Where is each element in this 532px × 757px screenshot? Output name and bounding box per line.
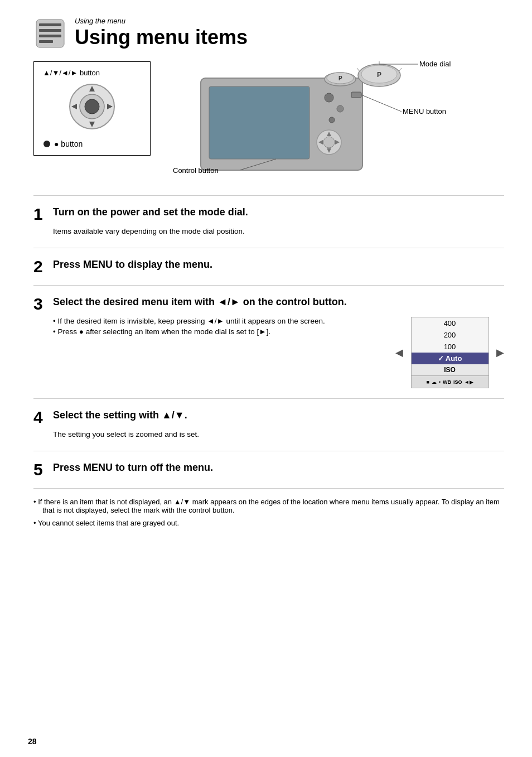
step-3-title: Select the desired menu item with ◄/► on… [53, 296, 347, 308]
svg-point-17 [329, 117, 335, 123]
page: Using the menu Using menu items ▲/▼/◄/► … [0, 0, 532, 757]
step-4-number: 4 [33, 409, 47, 426]
iso-item-400: 400 [412, 317, 489, 329]
circle-button-label: ● button [54, 139, 83, 148]
step-1-description: Items available vary depending on the mo… [53, 227, 504, 235]
circle-button-label-row: ● button [43, 139, 141, 148]
iso-bar-iso: ISO [453, 379, 462, 385]
header-subtitle: Using the menu [75, 17, 248, 25]
control-button-arrow-label: ▲/▼/◄/► button [43, 69, 141, 77]
svg-text:P: P [377, 71, 381, 79]
step-1-body: Items available vary depending on the mo… [53, 227, 504, 235]
control-button-box: ▲/▼/◄/► button ● [33, 61, 151, 156]
step-3-bullet-1: If the desired item is invisible, keep p… [53, 317, 384, 325]
header-text: Using the menu Using menu items [75, 17, 248, 49]
step-5-header: 5 Press MENU to turn off the menu. [33, 461, 504, 478]
svg-line-32 [399, 68, 402, 71]
step-4-header: 4 Select the setting with ▲/▼. [33, 409, 504, 426]
svg-rect-4 [39, 40, 53, 43]
step-2-title: Press MENU to display the menu. [53, 258, 212, 271]
note-2: You cannot select items that are grayed … [33, 519, 504, 527]
step-2-header: 2 Press MENU to display the menu. [33, 258, 504, 275]
iso-item-auto: ✓ Auto [412, 353, 489, 364]
svg-point-16 [337, 105, 344, 112]
camera-image-area: P P Mode dia [167, 61, 504, 179]
notes-section: If there is an item that is not displaye… [33, 488, 504, 527]
svg-point-12 [43, 141, 50, 147]
step-4-body: The setting you select is zoomed and is … [53, 430, 504, 438]
iso-bar-icon-1: ■ [426, 379, 429, 385]
step-3-bullet-2: Press ● after selecting an item when the… [53, 327, 384, 336]
iso-menu-box: 400 200 100 ✓ Auto ISO ■ ☁ • WB ISO ◄▶ [411, 317, 489, 388]
svg-rect-1 [39, 23, 61, 26]
step-1: 1 Turn on the power and set the mode dia… [33, 195, 504, 248]
step-4: 4 Select the setting with ▲/▼. The setti… [33, 398, 504, 451]
step-5: 5 Press MENU to turn off the menu. [33, 451, 504, 488]
step-1-title: Turn on the power and set the mode dial. [53, 206, 248, 219]
menu-icon [33, 17, 67, 50]
svg-line-31 [357, 68, 360, 71]
iso-arrow-right: ▶ [496, 346, 504, 359]
iso-item-200: 200 [412, 329, 489, 341]
svg-rect-2 [39, 29, 61, 32]
step-2-number: 2 [33, 258, 47, 275]
step-3-text: If the desired item is invisible, keep p… [53, 317, 384, 338]
step-1-number: 1 [33, 206, 47, 223]
iso-arrow-left: ◀ [395, 346, 403, 359]
step-3-content: If the desired item is invisible, keep p… [53, 317, 504, 388]
step-1-header: 1 Turn on the power and set the mode dia… [33, 206, 504, 223]
svg-rect-3 [39, 35, 61, 37]
iso-item-100: 100 [412, 341, 489, 353]
svg-line-36 [361, 95, 402, 112]
svg-text:MENU button: MENU button [403, 107, 446, 115]
svg-point-15 [325, 93, 333, 102]
iso-menu-container: ◀ 400 200 100 ✓ Auto ISO ■ ☁ • WB ISO [395, 317, 504, 388]
header: Using the menu Using menu items [33, 17, 504, 50]
page-number: 28 [28, 737, 37, 746]
step-5-number: 5 [33, 461, 47, 478]
svg-point-22 [323, 137, 335, 148]
note-1: If there is an item that is not displaye… [33, 498, 504, 514]
iso-menu-bar: ■ ☁ • WB ISO ◄▶ [412, 375, 489, 388]
iso-bar-wb: WB [443, 379, 451, 385]
step-4-description: The setting you select is zoomed and is … [53, 430, 504, 438]
step-4-title: Select the setting with ▲/▼. [53, 409, 187, 422]
svg-rect-27 [351, 92, 361, 98]
header-title: Using menu items [75, 26, 248, 49]
step-3: 3 Select the desired menu item with ◄/► … [33, 285, 504, 398]
step-3-body: If the desired item is invisible, keep p… [53, 317, 504, 388]
svg-text:Mode dial: Mode dial [419, 60, 451, 68]
iso-item-iso: ISO [412, 364, 489, 375]
iso-bar-icon-2: ☁ [432, 379, 437, 385]
step-5-title: Press MENU to turn off the menu. [53, 461, 213, 474]
step-3-header: 3 Select the desired menu item with ◄/► … [33, 296, 504, 312]
svg-point-7 [85, 99, 99, 114]
step-3-number: 3 [33, 296, 47, 312]
svg-text:Control button: Control button [173, 166, 219, 175]
iso-bar-icon-3: • [439, 379, 441, 385]
svg-rect-14 [209, 86, 309, 159]
svg-text:P: P [338, 75, 342, 81]
step-2: 2 Press MENU to display the menu. [33, 248, 504, 285]
camera-diagram: ▲/▼/◄/► button ● [33, 61, 504, 179]
iso-bar-arrows: ◄▶ [465, 379, 473, 385]
control-button-diagram [56, 81, 128, 137]
